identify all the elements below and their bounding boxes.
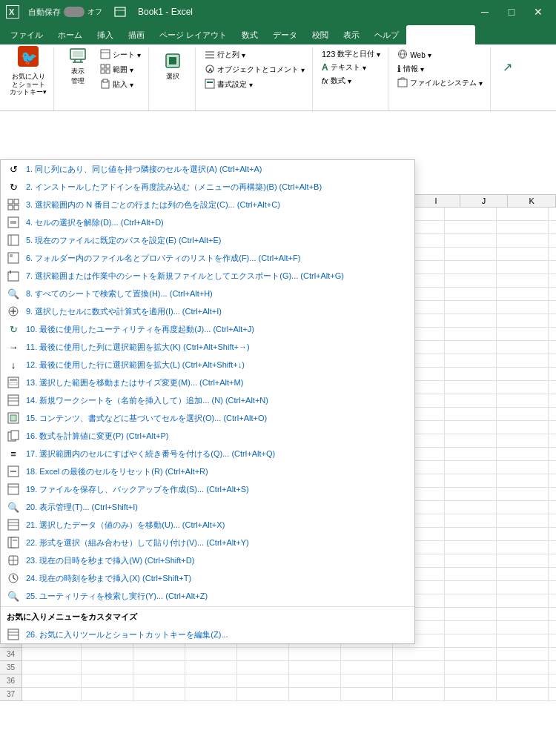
cell-27-8[interactable]	[445, 554, 497, 568]
cell-31-10[interactable]	[549, 608, 556, 621]
cell-15-10[interactable]	[549, 394, 556, 408]
cell-25-9[interactable]	[497, 528, 549, 541]
cell-34-4[interactable]	[237, 648, 289, 661]
cell-2-9[interactable]	[497, 221, 549, 234]
cell-3-10[interactable]	[549, 234, 556, 248]
tab-review[interactable]: 校閲	[305, 25, 336, 44]
cell-31-9[interactable]	[497, 608, 549, 621]
cell-1-10[interactable]	[549, 208, 556, 221]
cell-18-9[interactable]	[497, 434, 549, 448]
cell-18-8[interactable]	[445, 434, 497, 448]
cell-20-9[interactable]	[497, 461, 549, 474]
menu-item-25[interactable]: 🔍 25. ユーティリティを検索し実行(Y)... (Ctrl+Alt+Z)	[1, 587, 414, 605]
menu-item-8[interactable]: 🔍 8. すべてのシートで検索して置換(H)... (Ctrl+Alt+H)	[1, 285, 414, 302]
cell-37-4[interactable]	[237, 688, 289, 701]
cell-28-10[interactable]	[549, 568, 556, 581]
cell-26-10[interactable]	[549, 541, 556, 554]
cell-37-8[interactable]	[445, 688, 497, 701]
cell-35-4[interactable]	[237, 661, 289, 674]
cell-22-10[interactable]	[549, 488, 556, 501]
cell-23-10[interactable]	[549, 501, 556, 514]
autosave-toggle[interactable]	[64, 7, 85, 17]
cell-11-10[interactable]	[549, 341, 556, 354]
cell-37-3[interactable]	[185, 688, 237, 701]
favorites-button[interactable]: 🐦 お気に入りとショートカットキー▾	[7, 47, 49, 95]
cell-36-10[interactable]	[549, 674, 556, 688]
cell-36-7[interactable]	[393, 674, 445, 688]
cell-14-10[interactable]	[549, 381, 556, 394]
cell-37-7[interactable]	[393, 688, 445, 701]
cell-15-8[interactable]	[445, 394, 497, 408]
tab-formulas[interactable]: 数式	[234, 25, 265, 44]
cell-22-8[interactable]	[445, 488, 497, 501]
paste-dropdown[interactable]: 貼入▾	[97, 77, 144, 92]
cell-36-4[interactable]	[237, 674, 289, 688]
cell-34-5[interactable]	[289, 648, 341, 661]
menu-item-6[interactable]: 6. フォルダー内のファイル名とプロパティのリストを作成(F)... (Ctrl…	[1, 249, 414, 267]
cell-36-3[interactable]	[185, 674, 237, 688]
cell-17-8[interactable]	[445, 421, 497, 434]
menu-item-19[interactable]: 19. ファイルを保存し、バックアップを作成(S)... (Ctrl+Alt+S…	[1, 480, 414, 498]
menu-item-13[interactable]: 13. 選択した範囲を移動またはサイズ変更(M)... (Ctrl+Alt+M)	[1, 374, 414, 391]
cell-24-9[interactable]	[497, 514, 549, 528]
cell-36-9[interactable]	[497, 674, 549, 688]
cell-7-8[interactable]	[445, 288, 497, 301]
text-dropdown[interactable]: A テキスト▾	[319, 61, 383, 74]
cell-8-9[interactable]	[497, 301, 549, 314]
cell-24-8[interactable]	[445, 514, 497, 528]
cell-37-2[interactable]	[133, 688, 185, 701]
cell-7-10[interactable]	[549, 288, 556, 301]
tab-view[interactable]: 表示	[336, 25, 367, 44]
cell-34-0[interactable]	[22, 648, 82, 661]
cell-15-9[interactable]	[497, 394, 549, 408]
format-dropdown[interactable]: 書式設定▾	[202, 77, 308, 92]
cell-12-9[interactable]	[497, 354, 549, 368]
cell-25-10[interactable]	[549, 528, 556, 541]
cell-4-9[interactable]	[497, 248, 549, 261]
cell-14-8[interactable]	[445, 381, 497, 394]
cell-13-9[interactable]	[497, 368, 549, 381]
cell-35-6[interactable]	[341, 661, 393, 674]
cell-34-8[interactable]	[445, 648, 497, 661]
cell-36-5[interactable]	[289, 674, 341, 688]
cell-21-8[interactable]	[445, 474, 497, 488]
cell-8-10[interactable]	[549, 301, 556, 314]
formula-dropdown[interactable]: fx 数式▾	[319, 74, 383, 87]
cell-29-9[interactable]	[497, 581, 549, 594]
cell-1-9[interactable]	[497, 208, 549, 221]
cell-20-8[interactable]	[445, 461, 497, 474]
cell-37-5[interactable]	[289, 688, 341, 701]
cell-34-7[interactable]	[393, 648, 445, 661]
cell-36-8[interactable]	[445, 674, 497, 688]
cell-24-10[interactable]	[549, 514, 556, 528]
cell-16-8[interactable]	[445, 408, 497, 421]
cell-33-8[interactable]	[445, 634, 497, 648]
cell-11-8[interactable]	[445, 341, 497, 354]
cell-34-10[interactable]	[549, 648, 556, 661]
cell-37-9[interactable]	[497, 688, 549, 701]
menu-item-4[interactable]: 4. セルの選択を解除(D)... (Ctrl+Alt+D)	[1, 213, 414, 231]
close-button[interactable]: ✕	[526, 0, 550, 24]
cell-6-8[interactable]	[445, 274, 497, 288]
cell-10-8[interactable]	[445, 328, 497, 341]
cell-32-10[interactable]	[549, 621, 556, 634]
menu-item-5[interactable]: 5. 現在のファイルに既定のパスを設定(E) (Ctrl+Alt+E)	[1, 231, 414, 249]
cell-32-9[interactable]	[497, 621, 549, 634]
cell-11-9[interactable]	[497, 341, 549, 354]
cell-4-10[interactable]	[549, 248, 556, 261]
cell-33-10[interactable]	[549, 634, 556, 648]
objects-comments-dropdown[interactable]: A オブジェクトとコメント▾	[202, 62, 308, 77]
cell-27-10[interactable]	[549, 554, 556, 568]
cell-23-8[interactable]	[445, 501, 497, 514]
web-dropdown[interactable]: Web▾	[394, 47, 486, 62]
cell-13-8[interactable]	[445, 368, 497, 381]
cell-37-6[interactable]	[341, 688, 393, 701]
menu-item-9[interactable]: 9. 選択したセルに数式や計算式を適用(I)... (Ctrl+Alt+I)	[1, 302, 414, 320]
cell-33-9[interactable]	[497, 634, 549, 648]
cell-36-2[interactable]	[133, 674, 185, 688]
tab-help[interactable]: ヘルプ	[367, 25, 406, 44]
menu-item-7[interactable]: 7. 選択範囲または作業中のシートを新規ファイルとしてエクスポート(G)... …	[1, 267, 414, 285]
menu-item-24[interactable]: 24. 現在の時刻を秒まで挿入(X) (Ctrl+Shift+T)	[1, 569, 414, 587]
cell-19-8[interactable]	[445, 448, 497, 461]
filesystem-dropdown[interactable]: ファイルとシステム▾	[394, 76, 486, 90]
